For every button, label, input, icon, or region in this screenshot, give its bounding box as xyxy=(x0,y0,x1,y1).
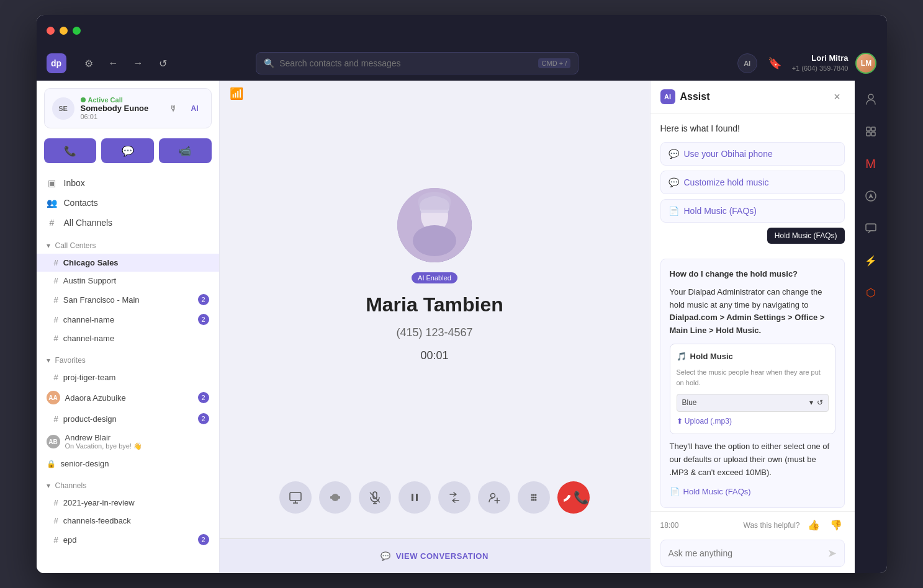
assist-link-faq[interactable]: 📄 Hold Music (FAQs) xyxy=(660,199,845,223)
forward-icon[interactable]: → xyxy=(128,53,148,73)
svg-point-19 xyxy=(533,494,535,496)
end-call-button[interactable]: 📞 xyxy=(557,481,590,514)
sidebar-item-product-design[interactable]: # product-design 2 xyxy=(37,409,219,429)
hold-music-preview: 🎵 Hold Music Select the music people hea… xyxy=(670,344,835,434)
hold-music-select[interactable]: Blue ▾ ↺ xyxy=(677,394,829,412)
channel-label: Chicago Sales xyxy=(63,258,119,267)
traffic-light-red[interactable] xyxy=(47,27,55,35)
svg-rect-28 xyxy=(867,127,870,131)
contact-name: Maria Tambien xyxy=(366,293,503,316)
nav-item-all-channels[interactable]: # All Channels xyxy=(37,213,219,233)
sidebar-item-channel-2[interactable]: # channel-name xyxy=(37,329,219,347)
strip-zendesk-icon[interactable]: ⚡ xyxy=(860,249,882,272)
call-centers-header: ▾ Call Centers xyxy=(37,238,219,254)
svg-rect-8 xyxy=(338,496,340,499)
assist-link-hold-music-icon: 💬 xyxy=(669,177,679,187)
assist-answer-card: How do I change the hold music? Your Dia… xyxy=(660,259,845,508)
video-button[interactable]: 📹 xyxy=(159,138,212,163)
sidebar-item-channels-feedback[interactable]: # channels-feedback xyxy=(37,512,219,530)
favorites-header: ▾ Favorites xyxy=(37,352,219,368)
record-icon xyxy=(328,491,342,504)
sidebar-item-proj-tiger[interactable]: # proj-tiger-team xyxy=(37,368,219,386)
phone-call-button[interactable]: 📞 xyxy=(44,138,97,163)
sidebar-item-chicago-sales[interactable]: # Chicago Sales xyxy=(37,254,219,272)
sidebar-item-andrew[interactable]: AB Andrew Blair On Vacation, bye bye! 👋 xyxy=(37,429,219,455)
svg-point-18 xyxy=(531,494,533,496)
traffic-light-yellow[interactable] xyxy=(60,27,68,35)
active-call-card[interactable]: SE Active Call Somebody Eunoe 06:01 🎙 AI xyxy=(44,88,212,128)
call-center-panel: 📶 xyxy=(220,81,650,573)
sidebar-item-epd[interactable]: # epd 2 xyxy=(37,530,219,550)
assist-link-hold-music[interactable]: 💬 Customize hold music xyxy=(660,171,845,194)
nav-item-inbox[interactable]: ▣ Inbox xyxy=(37,173,219,193)
channel-hash-icon: # xyxy=(54,498,58,507)
call-content: AI Enabled Maria Tambien (415) 123-4567 … xyxy=(366,81,503,469)
strip-person-icon[interactable] xyxy=(860,88,882,110)
svg-point-24 xyxy=(531,499,533,501)
screen-share-button[interactable] xyxy=(279,481,312,514)
feedback-helpful-text: Was this helpful? xyxy=(744,521,800,530)
strip-hubspot-icon[interactable]: ⬡ xyxy=(860,282,882,304)
hold-button[interactable] xyxy=(398,481,431,514)
search-shortcut: CMD + / xyxy=(538,58,571,68)
sidebar-item-senior-design[interactable]: 🔒 senior-design xyxy=(37,455,219,473)
search-bar[interactable]: 🔍 CMD + / xyxy=(256,52,579,74)
hold-music-chevron: ▾ xyxy=(809,397,813,409)
mute-button[interactable] xyxy=(359,481,391,514)
call-mute-icon[interactable]: 🎙 xyxy=(165,100,182,117)
assist-link-faq-icon: 📄 xyxy=(669,206,679,216)
assist-link-obihai[interactable]: 💬 Use your Obihai phone xyxy=(660,142,845,166)
traffic-light-green[interactable] xyxy=(73,27,81,35)
record-button[interactable] xyxy=(319,481,351,514)
assist-footer: 18:00 Was this helpful? 👍 👎 ➤ xyxy=(651,511,855,573)
favorites-label: Favorites xyxy=(55,356,86,365)
assist-input-row[interactable]: ➤ xyxy=(660,540,845,567)
user-label: Adaora Azubuike xyxy=(65,393,126,403)
strip-google-icon[interactable] xyxy=(860,185,882,207)
contact-photo-inner xyxy=(397,188,472,262)
svg-point-15 xyxy=(491,494,495,498)
bookmark-icon[interactable]: 🔖 xyxy=(765,53,785,73)
user-avatar[interactable]: LM xyxy=(855,53,876,74)
channel-hash-icon: # xyxy=(54,276,58,285)
message-button[interactable]: 💬 xyxy=(101,138,154,163)
refresh-icon[interactable]: ↺ xyxy=(153,53,173,73)
keypad-button[interactable] xyxy=(518,481,550,514)
strip-mail-icon[interactable]: M xyxy=(860,153,882,175)
sidebar-item-austin-support[interactable]: # Austin Support xyxy=(37,272,219,290)
assist-close-button[interactable]: × xyxy=(830,89,845,104)
search-input[interactable] xyxy=(279,58,533,68)
contact-avatar-svg xyxy=(397,188,472,262)
svg-point-22 xyxy=(533,497,535,499)
assist-found-text: Here is what I found! xyxy=(660,123,845,133)
sidebar-item-adaora[interactable]: AA Adaora Azubuike 2 xyxy=(37,386,219,409)
thumbs-down-button[interactable]: 👎 xyxy=(827,518,845,532)
sidebar-item-channel-1[interactable]: # channel-name 2 xyxy=(37,310,219,329)
channel-hash-icon: # xyxy=(54,295,58,305)
svg-rect-30 xyxy=(867,132,870,136)
strip-chat-icon[interactable] xyxy=(860,217,882,239)
transfer-button[interactable] xyxy=(438,481,471,514)
sidebar-item-sf-main[interactable]: # San Francisco - Main 2 xyxy=(37,290,219,310)
call-timer: 06:01 xyxy=(81,113,159,120)
svg-point-25 xyxy=(533,499,535,501)
transfer-icon xyxy=(448,491,461,504)
thumbs-up-button[interactable]: 👍 xyxy=(805,518,822,532)
view-conversation-bar[interactable]: 💬 VIEW CONVERSATION xyxy=(220,538,650,573)
assist-input[interactable] xyxy=(669,548,822,558)
answer-faq-link[interactable]: 📄 Hold Music (FAQs) xyxy=(670,486,835,499)
contact-phone: (415) 123-4567 xyxy=(396,326,472,339)
strip-grid-icon[interactable] xyxy=(860,120,882,143)
upload-link[interactable]: ⬆ Upload (.mp3) xyxy=(677,416,829,427)
call-status-label: Active Call xyxy=(88,96,123,104)
music-icon: 🎵 xyxy=(677,350,687,363)
svg-rect-13 xyxy=(412,494,413,501)
assist-send-button[interactable]: ➤ xyxy=(827,546,837,560)
hold-music-current: Blue xyxy=(682,397,697,409)
sidebar-item-2021[interactable]: # 2021-year-in-review xyxy=(37,494,219,512)
add-participant-button[interactable] xyxy=(478,481,510,514)
back-icon[interactable]: ← xyxy=(104,53,124,73)
nav-item-contacts[interactable]: 👥 Contacts xyxy=(37,193,219,213)
settings-icon[interactable]: ⚙ xyxy=(79,53,99,73)
call-ai-icon[interactable]: AI xyxy=(186,100,204,117)
